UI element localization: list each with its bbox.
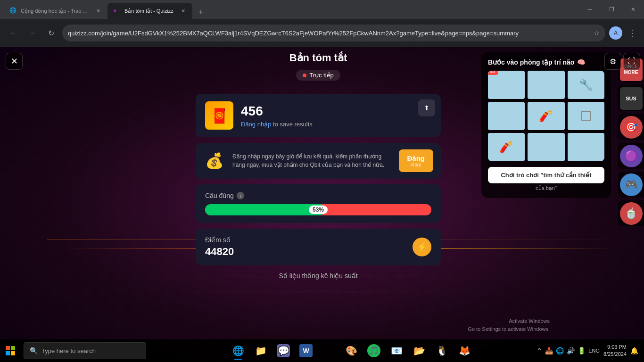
grid-cell-3: [488, 102, 525, 130]
tab2-favicon: ●: [113, 7, 121, 15]
tab1-title: Cộng đồng học tập - Trao đổi t...: [21, 8, 91, 14]
grid-cell-0: HOT: [488, 71, 525, 99]
nav-bar: ← → ↻ quizizz.com/join/game/U2FsdGVkX1%2…: [0, 19, 644, 47]
close-game-button[interactable]: ✕: [6, 53, 23, 70]
live-indicator: [303, 74, 306, 77]
tab1-favicon: 🌐: [9, 7, 17, 15]
taskbar-files[interactable]: 📂: [409, 340, 429, 361]
play-game-button[interactable]: Chơi trò chơi "tìm thứ cần thiết: [488, 167, 604, 183]
taskbar-apps: ⊞ 🌐 📁 💬 W 🛍 🎨 🎵 📧 📂 🐧: [149, 340, 531, 361]
minimize-button[interactable]: ─: [579, 0, 601, 19]
taskbar-word[interactable]: W: [296, 340, 316, 361]
footer-stats: Số liệu thống kê hiệu suất: [196, 272, 441, 280]
score-number: 456: [241, 104, 431, 119]
tab-community[interactable]: 🌐 Cộng đồng học tập - Trao đổi t... ✕: [4, 3, 107, 19]
tray-icons: ⌃ 📥 🌐 🔊 🔋 ENG: [537, 347, 600, 354]
avatar: 🧧: [205, 101, 233, 130]
system-tray: ⌃ 📥 🌐 🔊 🔋 ENG 9:03 PM 8/25/2024 🔔: [531, 344, 644, 358]
tray-arrow-icon[interactable]: ⌃: [537, 347, 542, 354]
taskbar-store[interactable]: 🛍: [318, 340, 339, 361]
login-link[interactable]: Đăng nhập: [241, 121, 271, 128]
side-game-sus[interactable]: SUS: [618, 85, 644, 111]
share-button[interactable]: ⬆: [418, 99, 435, 116]
taskbar-app-penguin[interactable]: 🐧: [431, 340, 452, 361]
side-game-6[interactable]: 🍵: [618, 200, 644, 226]
diem-so-card: Điểm số 44820 ⚡: [196, 229, 441, 265]
activate-windows-watermark: Activate Windows Go to Settings to activ…: [468, 317, 550, 334]
progress-label-area: 53%: [205, 204, 431, 215]
files-icon: 📂: [413, 344, 426, 357]
window-close-button[interactable]: ✕: [622, 0, 644, 19]
tab1-close-icon[interactable]: ✕: [94, 7, 102, 15]
taskbar-paint[interactable]: 🎨: [341, 340, 362, 361]
tabs-bar: 🌐 Cộng đồng học tập - Trao đổi t... ✕ ● …: [0, 0, 644, 19]
tray-battery-icon[interactable]: 🔋: [578, 347, 586, 354]
forward-button[interactable]: →: [25, 25, 40, 41]
summary-card: Bản tóm tắt Trực tiếp 🧧 456 Đăng nhập to…: [196, 52, 441, 357]
right-panel: Bước vào phòng tập trí não 🧠 HOT 🔧 🧨: [481, 52, 611, 203]
register-label-primary: Đăng: [407, 154, 425, 162]
bookmark-icon[interactable]: ☆: [594, 29, 600, 37]
brain-title-text: Bước vào phòng tập trí não: [488, 58, 574, 66]
side-game-3[interactable]: 🎯: [618, 114, 644, 140]
taskbar-teams[interactable]: 💬: [273, 340, 294, 361]
clock[interactable]: 9:03 PM 8/25/2024: [603, 344, 627, 358]
taskbar-search-bar[interactable]: 🔍 Type here to search: [24, 342, 146, 359]
edge-icon: 🌐: [231, 344, 245, 357]
grid-item-6-icon: 🧨: [499, 140, 513, 154]
maximize-button[interactable]: ❐: [601, 0, 622, 19]
window-controls: ─ ❐ ✕: [579, 0, 644, 19]
svg-rect-3: [11, 351, 15, 355]
start-button[interactable]: [0, 339, 21, 362]
penguin-icon: 🐧: [435, 344, 448, 357]
side-game-5[interactable]: 🎮: [618, 172, 644, 197]
browser-frame: 🌐 Cộng đồng học tập - Trao đổi t... ✕ ● …: [0, 0, 644, 47]
new-tab-button[interactable]: +: [194, 6, 207, 19]
share-icon: ⬆: [424, 104, 429, 112]
correct-stats-card: Câu đúng i 53%: [196, 184, 441, 223]
live-label: Trực tiếp: [309, 72, 334, 79]
tab-quizizz[interactable]: ● Bản tóm tắt - Quizizz ✕: [107, 3, 192, 19]
notification-icon[interactable]: 🔔: [630, 347, 638, 354]
login-suffix: to save results: [273, 121, 313, 128]
taskbar-explorer[interactable]: 📁: [250, 340, 271, 361]
correct-label: Câu đúng i: [205, 192, 431, 199]
tab2-close-icon[interactable]: ✕: [179, 7, 187, 15]
reload-button[interactable]: ↻: [43, 25, 58, 41]
score-info: 456 Đăng nhập to save results: [241, 104, 431, 128]
diem-value: 44820: [205, 246, 234, 258]
tray-sound-icon[interactable]: 🔊: [567, 347, 575, 354]
register-label-secondary: nhập: [411, 162, 421, 167]
fullscreen-button[interactable]: ⛶: [623, 53, 640, 70]
player-avatar: 🧧: [205, 101, 233, 130]
taskbar-app-browser2[interactable]: 🦊: [454, 340, 475, 361]
login-prompt: Đăng nhập to save results: [241, 121, 431, 128]
taskbar-spotify[interactable]: 🎵: [363, 340, 384, 361]
tray-lang[interactable]: ENG: [588, 348, 600, 354]
brain-card: Bước vào phòng tập trí não 🧠 HOT 🔧 🧨: [481, 52, 611, 198]
correct-text: Câu đúng: [205, 192, 234, 199]
url-text: quizizz.com/join/game/U2FsdGVkX1%252BMX7…: [68, 30, 590, 37]
tray-app-icon[interactable]: 📥: [545, 347, 553, 354]
side-game-4[interactable]: 🟣: [618, 143, 644, 169]
grid-cell-4: 🧨: [528, 102, 564, 130]
chrome-menu-icon[interactable]: ⋮: [626, 26, 638, 40]
address-bar[interactable]: quizizz.com/join/game/U2FsdGVkX1%252BMX7…: [62, 25, 605, 41]
grid-item-4-icon: 🧨: [539, 109, 553, 123]
taskbar-edge[interactable]: 🌐: [228, 340, 248, 361]
taskbar-mail[interactable]: 📧: [386, 340, 407, 361]
profile-avatar[interactable]: A: [609, 26, 622, 40]
info-icon[interactable]: i: [237, 192, 244, 199]
word-icon: W: [299, 344, 313, 357]
progress-percentage: 53%: [309, 206, 328, 214]
mail-icon: 📧: [390, 344, 403, 357]
brain-grid: HOT 🔧 🧨 🧨: [488, 71, 604, 161]
back-button[interactable]: ←: [6, 25, 21, 41]
tray-network-icon[interactable]: 🌐: [556, 347, 564, 354]
activate-title: Activate Windows: [468, 317, 550, 326]
store-icon: 🛍: [322, 344, 335, 357]
register-button[interactable]: Đăng nhập: [399, 149, 434, 172]
taskbar-task-view[interactable]: ⊞: [205, 340, 226, 361]
grid-cell-1: [528, 71, 564, 99]
settings-button[interactable]: ⚙: [604, 53, 621, 70]
